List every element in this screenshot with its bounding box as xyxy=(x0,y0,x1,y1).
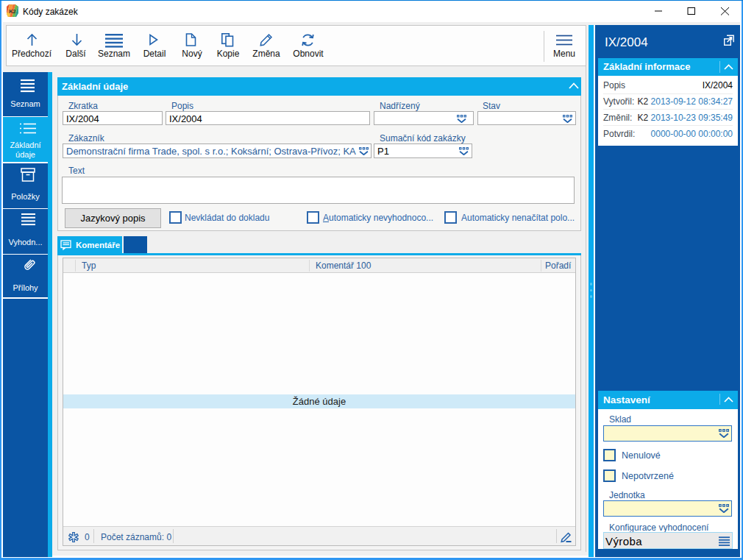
svg-text:K2: K2 xyxy=(9,8,16,15)
